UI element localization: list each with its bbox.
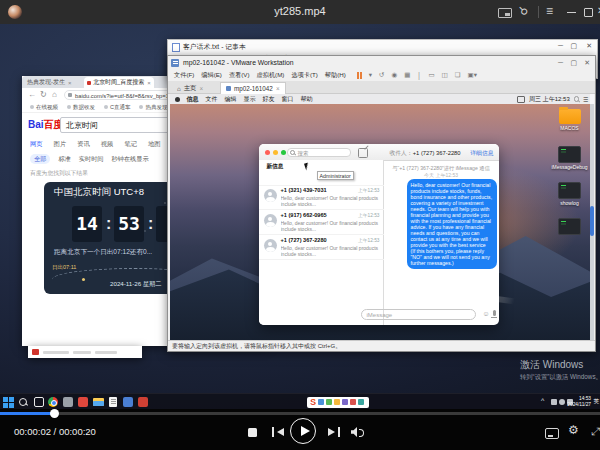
reload-icon[interactable]: ↻: [40, 88, 47, 102]
task-view-icon[interactable]: [33, 397, 44, 408]
mini-player-icon[interactable]: [498, 8, 512, 18]
tool-icon[interactable]: [342, 399, 348, 405]
tab-close-icon[interactable]: ×: [276, 85, 280, 92]
chrome-icon[interactable]: [48, 397, 59, 408]
menu-help[interactable]: 帮助(H): [325, 71, 346, 80]
fullscreen-view-icon[interactable]: ❏: [455, 71, 461, 79]
vm-scrollbar-thumb[interactable]: [590, 206, 594, 236]
file-explorer-icon[interactable]: [93, 397, 104, 408]
previous-button[interactable]: [272, 427, 284, 437]
nav-tab-web[interactable]: 网页: [30, 140, 43, 149]
menu-help[interactable]: 帮助: [301, 95, 313, 104]
filter-seconds[interactable]: 秒钟在线显示: [112, 155, 149, 164]
snapshot-icon[interactable]: ◉: [392, 71, 398, 79]
tray-chevron-icon[interactable]: ^: [541, 397, 544, 404]
maximize-button[interactable]: ▢: [570, 42, 577, 50]
back-icon[interactable]: ←: [28, 88, 36, 102]
menu-view[interactable]: 查看(V): [229, 71, 250, 80]
menu-vm[interactable]: 虚拟机(M): [257, 71, 285, 80]
subtitles-icon[interactable]: [545, 428, 559, 439]
close-button[interactable]: ✕: [586, 42, 592, 50]
fullscreen-icon[interactable]: ⤢: [591, 425, 600, 438]
console-view-icon[interactable]: ▭: [428, 71, 434, 79]
bookmark-item[interactable]: 数据收发: [67, 104, 95, 111]
tool-icon[interactable]: [358, 399, 364, 405]
stop-button[interactable]: [248, 428, 257, 437]
video-frame[interactable]: 热典发现-发生× 北京时间_百度搜索× ← ↻ ⌂ baidu.com/s?ie…: [0, 24, 600, 409]
restart-icon[interactable]: ↺: [379, 71, 384, 79]
settings-icon[interactable]: ▦: [404, 71, 410, 79]
ime-indicator[interactable]: 英: [594, 398, 600, 405]
nav-tab-news[interactable]: 资讯: [77, 140, 90, 149]
nav-tab-maps[interactable]: 地图: [148, 140, 161, 149]
browser-tab-1[interactable]: 热典发现-发生×: [24, 77, 75, 88]
zoom-traffic-light[interactable]: [281, 150, 286, 155]
vmware-window[interactable]: mp02-161042 - VMware Workstation ─ ▢ ✕ 文…: [167, 55, 596, 352]
minimize-button[interactable]: ─: [558, 42, 563, 49]
nav-tab-images[interactable]: 图片: [54, 140, 67, 149]
browser-tab-2[interactable]: 北京时间_百度搜索×: [84, 77, 154, 88]
desktop-icon-macos[interactable]: MACOS: [548, 109, 592, 131]
messages-window[interactable]: 搜索 收件人：+1 (727) 367-2280 详细信息 新信息: [259, 144, 499, 325]
tab-vm[interactable]: mp02-161042×: [220, 82, 286, 94]
nav-tab-notes[interactable]: 笔记: [124, 140, 137, 149]
menu-view[interactable]: 显示: [244, 95, 256, 104]
compose-icon[interactable]: [358, 148, 368, 158]
tool-icon[interactable]: [318, 399, 324, 405]
sogou-toolbar[interactable]: S: [307, 397, 369, 408]
notification-center-icon[interactable]: ☰: [583, 96, 588, 103]
filter-realtime[interactable]: 实时时间: [79, 155, 104, 164]
conversation-row[interactable]: +1 (321) 439-7031 上午12:53 Hello, dear cu…: [259, 184, 384, 210]
conversation-row[interactable]: +1 (727) 367-2280 上午12:53 Hello, dear cu…: [259, 234, 384, 260]
bookmark-item[interactable]: 热典发现: [139, 104, 167, 111]
input-source-icon[interactable]: [517, 96, 525, 103]
volume-icon[interactable]: [351, 427, 363, 437]
tab-close-icon[interactable]: ×: [68, 80, 72, 86]
vmware-taskbar-icon[interactable]: [123, 397, 134, 408]
conversation-row[interactable]: +1 (917) 662-0965 上午12:53 Hello, dear cu…: [259, 209, 384, 235]
bookmark-item[interactable]: 在线视频: [30, 104, 58, 111]
filter-standard[interactable]: 标准: [58, 155, 70, 164]
app-icon-red[interactable]: [78, 397, 89, 408]
close-button[interactable]: ✕: [584, 59, 590, 67]
taskbar-search-icon[interactable]: [18, 397, 29, 408]
macos-clock[interactable]: 周三 上午12:53: [529, 95, 570, 104]
menu-messages[interactable]: 信息: [187, 95, 199, 104]
menu-buddies[interactable]: 好友: [263, 95, 275, 104]
network-icon[interactable]: [551, 399, 557, 405]
desktop-icon-terminal[interactable]: [548, 218, 592, 235]
app-icon-gray[interactable]: [63, 397, 74, 408]
suspend-dropdown-icon[interactable]: ▾: [369, 71, 372, 79]
vm-screen[interactable]: 信息 文件 编辑 显示 好友 窗口 帮助 周三 上午12:53 ☰: [170, 94, 594, 341]
menu-edit[interactable]: 编辑: [225, 95, 237, 104]
close-traffic-light[interactable]: [265, 150, 270, 155]
more-menu-icon[interactable]: ≡: [546, 4, 553, 18]
minimize-button[interactable]: [567, 12, 576, 13]
tab-home[interactable]: ⌂ 主页×: [172, 82, 208, 94]
progress-track[interactable]: [0, 412, 600, 415]
nav-tab-video[interactable]: 视频: [101, 140, 114, 149]
desktop-icon-imessagedebug[interactable]: iMessageDebug: [548, 146, 592, 170]
tab-close-icon[interactable]: ×: [199, 85, 203, 92]
unity-view-icon[interactable]: ◫: [442, 71, 448, 79]
app-icon-red2[interactable]: [138, 397, 149, 408]
sound-icon[interactable]: [559, 399, 565, 405]
imessage-input[interactable]: iMessage: [361, 309, 476, 320]
menu-edit[interactable]: 编辑(E): [201, 71, 222, 80]
details-link[interactable]: 详细信息: [470, 149, 493, 158]
menu-file[interactable]: 文件(F): [174, 71, 194, 80]
menu-tabs[interactable]: 选项卡(T): [291, 71, 317, 80]
tool-icon[interactable]: [334, 399, 340, 405]
progress-handle[interactable]: [50, 409, 59, 418]
spotlight-icon[interactable]: [574, 96, 579, 101]
minimize-traffic-light[interactable]: [273, 150, 278, 155]
bookmark-item[interactable]: C直通车: [104, 104, 130, 111]
tool-icon[interactable]: [326, 399, 332, 405]
suspend-button[interactable]: [357, 72, 362, 79]
minimize-button[interactable]: ─: [558, 59, 563, 66]
tab-close-icon[interactable]: ×: [147, 80, 151, 86]
tool-icon[interactable]: [350, 399, 356, 405]
play-button[interactable]: [290, 418, 316, 444]
library-icon[interactable]: ▣▾: [468, 71, 477, 79]
microphone-icon[interactable]: [493, 310, 496, 316]
